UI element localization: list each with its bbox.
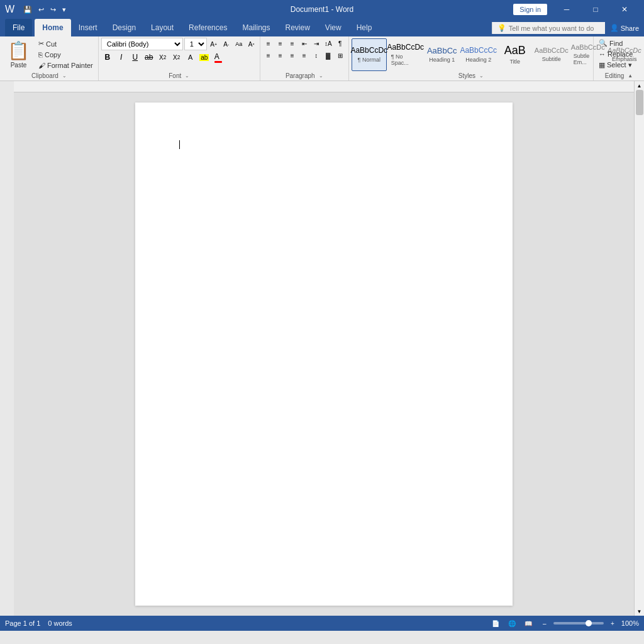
tab-references[interactable]: References [181,19,235,36]
replace-button[interactable]: ↔ Replace [596,49,635,59]
superscript-button[interactable]: X2 [170,51,183,64]
text-effects-button[interactable]: A [184,51,197,64]
style-heading2[interactable]: AaBbCcCc Heading 2 [461,38,496,71]
font-content: Calibri (Body) 11 A+ A- Aa A× B I U ab X… [101,38,257,71]
style-no-spacing-preview: AaBbCcDc [387,43,424,52]
font-name-select[interactable]: Calibri (Body) [101,38,183,50]
titlebar: W 💾 ↩ ↪ ▾ Document1 - Word Sign in ─ □ ✕ [0,0,644,19]
highlight-button[interactable]: ab [198,51,211,64]
clear-format-button[interactable]: A× [246,38,257,50]
style-title-preview: AaB [504,44,526,58]
style-title-label: Title [509,58,520,65]
content-area [14,81,634,616]
share-button[interactable]: 👤 Share [610,24,639,32]
print-layout-btn[interactable]: 📄 [489,618,502,628]
numbering-button[interactable]: ≡ [275,38,286,49]
tab-insert[interactable]: Insert [71,19,105,36]
font-color-button[interactable]: A [212,51,225,64]
italic-button[interactable]: I [115,51,128,64]
tab-mailings[interactable]: Mailings [235,19,277,36]
shrink-font-button[interactable]: A- [221,38,232,50]
subscript-button[interactable]: X2 [157,51,169,64]
bold-button[interactable]: B [101,51,114,64]
font-group: Calibri (Body) 11 A+ A- Aa A× B I U ab X… [99,36,260,80]
line-spacing-button[interactable]: ↕ [311,50,322,61]
status-right: 📄 🌐 📖 – + 100% [489,618,639,628]
customize-qa-btn[interactable]: ▾ [60,4,69,15]
redo-qa-btn[interactable]: ↪ [48,4,58,15]
multilevel-list-button[interactable]: ≡ [287,38,298,49]
undo-qa-btn[interactable]: ↩ [36,4,47,15]
style-title[interactable]: AaB Title [497,38,533,71]
bullets-button[interactable]: ≡ [263,38,274,49]
align-right-button[interactable]: ≡ [287,50,298,61]
save-qa-btn[interactable]: 💾 [21,4,35,15]
vertical-scrollbar[interactable]: ▲ ▼ [634,81,644,616]
tab-view[interactable]: View [318,19,349,36]
cut-button[interactable]: ✂ Cut [36,38,96,49]
font-size-select[interactable]: 11 [184,38,207,50]
format-painter-button[interactable]: 🖌 Format Painter [36,60,96,70]
show-hide-button[interactable]: ¶ [335,38,346,49]
tab-help[interactable]: Help [349,19,380,36]
zoom-thumb[interactable] [586,620,592,626]
clipboard-group: 📋 Paste ✂ Cut ⎘ Copy 🖌 Format Painter C [0,36,99,80]
borders-button[interactable]: ⊞ [335,50,346,61]
find-button[interactable]: 🔍 Find [596,38,625,48]
scroll-down-btn[interactable]: ▼ [635,607,644,616]
restore-button[interactable]: □ [581,0,610,19]
tellme-bar[interactable]: 💡 [492,22,605,34]
style-heading2-label: Heading 2 [465,57,491,63]
tab-review[interactable]: Review [277,19,317,36]
styles-expand-icon[interactable]: ⌄ [479,73,484,79]
read-mode-btn[interactable]: 📖 [522,618,535,628]
clipboard-expand-icon[interactable]: ⌄ [62,73,67,79]
tab-home[interactable]: Home [35,19,70,36]
close-button[interactable]: ✕ [610,0,639,19]
align-left-button[interactable]: ≡ [263,50,274,61]
scroll-up-btn[interactable]: ▲ [635,81,644,90]
tab-layout[interactable]: Layout [143,19,181,36]
replace-icon: ↔ [599,50,606,58]
style-normal-preview: AaBbCcDc [350,46,387,55]
paragraph-expand-icon[interactable]: ⌄ [319,73,323,79]
justify-button[interactable]: ≡ [299,50,310,61]
increase-indent-button[interactable]: ⇥ [311,38,322,49]
minimize-button[interactable]: ─ [552,0,581,19]
strikethrough-button[interactable]: ab [143,51,155,64]
zoom-slider[interactable] [553,622,604,625]
underline-button[interactable]: U [129,51,142,64]
align-center-button[interactable]: ≡ [275,50,286,61]
style-normal[interactable]: AaBbCcDc ¶ Normal [352,38,387,71]
horizontal-ruler [14,81,634,92]
web-layout-btn[interactable]: 🌐 [506,618,518,628]
tab-file[interactable]: File [5,19,32,36]
document-page[interactable] [135,103,513,606]
decrease-indent-button[interactable]: ⇤ [299,38,310,49]
highlight-icon: ab [199,54,209,61]
font-color-icon: A [214,52,222,63]
zoom-out-btn[interactable]: – [538,618,551,628]
case-button[interactable]: Aa [233,38,245,50]
signin-button[interactable]: Sign in [513,4,547,15]
font-expand-icon[interactable]: ⌄ [185,73,189,79]
scroll-thumb[interactable] [636,90,643,115]
grow-font-button[interactable]: A+ [208,38,219,50]
style-subtitle-label: Subtitle [542,56,561,62]
tellme-input[interactable] [509,25,600,32]
styles-content: AaBbCcDc ¶ Normal AaBbCcDc ¶ No Spac... … [352,38,591,71]
paste-button[interactable]: 📋 Paste [3,38,35,71]
style-no-spacing[interactable]: AaBbCcDc ¶ No Spac... [388,38,423,71]
zoom-in-btn[interactable]: + [606,618,619,628]
tab-design[interactable]: Design [105,19,143,36]
font-row2: B I U ab X2 X2 A ab A [101,51,225,64]
style-subtitle[interactable]: AaBbCcDc Subtitle [534,38,569,71]
style-no-spacing-label: ¶ No Spac... [391,53,420,66]
select-button[interactable]: ▦ Select ▾ [596,60,635,70]
shading-button[interactable]: ▓ [323,50,334,61]
style-heading1[interactable]: AaBbCc Heading 1 [425,38,460,71]
editing-expand-icon[interactable]: ▲ [628,73,633,79]
copy-button[interactable]: ⎘ Copy [36,50,96,60]
doc-scroll-area[interactable] [14,92,634,616]
sort-button[interactable]: ↕A [323,38,334,49]
